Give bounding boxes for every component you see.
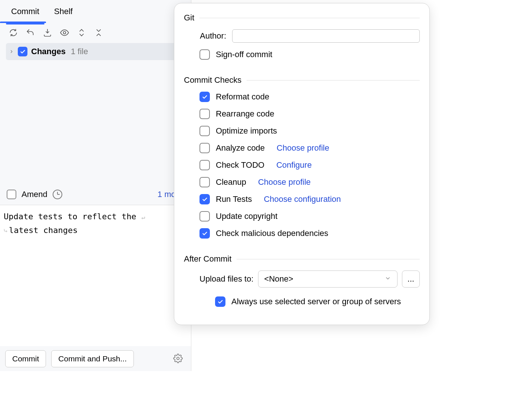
chevron-down-icon	[385, 274, 391, 284]
tab-commit[interactable]: Commit	[4, 0, 47, 23]
cleanup-profile-link[interactable]: Choose profile	[258, 177, 311, 187]
refresh-icon[interactable]	[8, 27, 19, 38]
malicious-checkbox[interactable]	[199, 228, 210, 239]
commit-message-input[interactable]: Update tests to reflect the ↵ ⤷latest ch…	[0, 205, 191, 346]
soft-wrap-icon: ↵	[141, 213, 145, 221]
changelist-row[interactable]: Changes 1 file	[6, 43, 189, 60]
active-tab-underline	[0, 22, 46, 23]
collapse-all-icon[interactable]	[93, 27, 104, 38]
section-divider	[237, 259, 420, 259]
runtests-label: Run Tests	[216, 194, 252, 204]
always-use-server-checkbox[interactable]	[215, 296, 225, 307]
signoff-checkbox[interactable]	[199, 49, 210, 60]
runtests-config-link[interactable]: Choose configuration	[264, 194, 341, 204]
line-start-marker-icon: ⤷	[3, 227, 8, 234]
amend-checkbox[interactable]	[7, 190, 16, 199]
copyright-label: Update copyright	[216, 211, 277, 221]
amend-label: Amend	[22, 190, 47, 199]
section-divider	[247, 80, 420, 81]
reformat-label: Reformat code	[216, 92, 269, 102]
commit-msg-line1: Update tests to reflect the	[4, 212, 136, 221]
always-use-server-label: Always use selected server or group of s…	[231, 297, 401, 306]
analyze-checkbox[interactable]	[199, 143, 210, 153]
svg-point-0	[63, 32, 66, 34]
upload-select-value: <None>	[264, 274, 293, 284]
author-label: Author:	[198, 31, 226, 41]
rearrange-checkbox[interactable]	[199, 109, 210, 119]
diff-preview-icon[interactable]	[59, 27, 70, 38]
malicious-label: Check malicious dependencies	[216, 229, 328, 238]
section-git-title: Git	[184, 13, 194, 23]
section-after-title: After Commit	[184, 254, 231, 264]
copyright-checkbox[interactable]	[199, 211, 210, 222]
tab-shelf[interactable]: Shelf	[47, 0, 80, 23]
cleanup-label: Cleanup	[216, 177, 246, 187]
optimize-label: Optimize imports	[216, 126, 277, 136]
commit-msg-line2: latest changes	[9, 226, 77, 235]
changelist-file-count: 1 file	[71, 47, 88, 56]
analyze-profile-link[interactable]: Choose profile	[277, 143, 329, 153]
signoff-label: Sign-off commit	[216, 50, 272, 59]
optimize-checkbox[interactable]	[199, 126, 210, 136]
reformat-checkbox[interactable]	[199, 92, 210, 102]
analyze-label: Analyze code	[216, 143, 265, 153]
upload-label: Upload files to:	[199, 274, 254, 284]
svg-point-1	[177, 357, 179, 360]
runtests-checkbox[interactable]	[199, 194, 210, 204]
author-input[interactable]	[232, 29, 420, 43]
commit-options-popover: Git Author: Sign-off commit Commit Check…	[174, 3, 430, 325]
todo-label: Check TODO	[216, 160, 264, 170]
todo-configure-link[interactable]: Configure	[276, 160, 311, 170]
commit-and-push-button[interactable]: Commit and Push...	[51, 350, 133, 367]
upload-browse-button[interactable]: ...	[402, 270, 420, 288]
gear-icon[interactable]	[173, 354, 184, 364]
todo-checkbox[interactable]	[199, 160, 210, 170]
cleanup-checkbox[interactable]	[199, 177, 210, 187]
rollback-icon[interactable]	[25, 27, 36, 38]
history-icon[interactable]	[53, 190, 62, 199]
rearrange-label: Rearrange code	[216, 109, 274, 119]
expand-all-icon[interactable]	[76, 27, 87, 38]
section-divider	[199, 18, 420, 18]
changelist-checkbox[interactable]	[18, 47, 27, 56]
upload-target-select[interactable]: <None>	[258, 270, 398, 288]
chevron-right-icon[interactable]	[9, 47, 14, 56]
section-checks-title: Commit Checks	[184, 75, 241, 85]
changelist-label: Changes	[31, 47, 66, 56]
commit-button[interactable]: Commit	[5, 350, 46, 367]
shelve-icon[interactable]	[42, 27, 53, 38]
